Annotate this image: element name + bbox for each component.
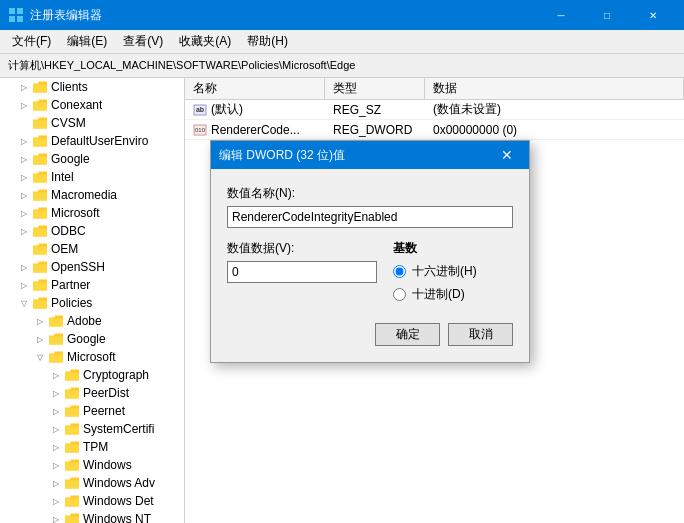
base-label: 基数 — [393, 240, 513, 257]
radio-decimal[interactable]: 十进制(D) — [393, 286, 513, 303]
radio-decimal-label: 十进制(D) — [412, 286, 465, 303]
radio-hex-input[interactable] — [393, 265, 406, 278]
name-field-label: 数值名称(N): — [227, 185, 513, 202]
value-section: 数值数据(V): — [227, 240, 377, 303]
dialog-overlay: 编辑 DWORD (32 位)值 ✕ 数值名称(N): 数值数据(V): 基数 … — [0, 0, 684, 523]
radio-decimal-input[interactable] — [393, 288, 406, 301]
name-input[interactable] — [227, 206, 513, 228]
dialog-title: 编辑 DWORD (32 位)值 — [219, 147, 493, 164]
dialog-title-bar: 编辑 DWORD (32 位)值 ✕ — [211, 141, 529, 169]
radio-group: 十六进制(H) 十进制(D) — [393, 263, 513, 303]
value-row: 数值数据(V): 基数 十六进制(H) 十进制(D) — [227, 240, 513, 303]
cancel-button[interactable]: 取消 — [448, 323, 513, 346]
dialog-buttons: 确定 取消 — [227, 319, 513, 346]
value-input[interactable] — [227, 261, 377, 283]
edit-dword-dialog: 编辑 DWORD (32 位)值 ✕ 数值名称(N): 数值数据(V): 基数 … — [210, 140, 530, 363]
value-field-label: 数值数据(V): — [227, 240, 377, 257]
radio-hex-label: 十六进制(H) — [412, 263, 477, 280]
dialog-close-button[interactable]: ✕ — [493, 144, 521, 166]
radio-hex[interactable]: 十六进制(H) — [393, 263, 513, 280]
base-section: 基数 十六进制(H) 十进制(D) — [393, 240, 513, 303]
ok-button[interactable]: 确定 — [375, 323, 440, 346]
dialog-body: 数值名称(N): 数值数据(V): 基数 十六进制(H) — [211, 169, 529, 362]
